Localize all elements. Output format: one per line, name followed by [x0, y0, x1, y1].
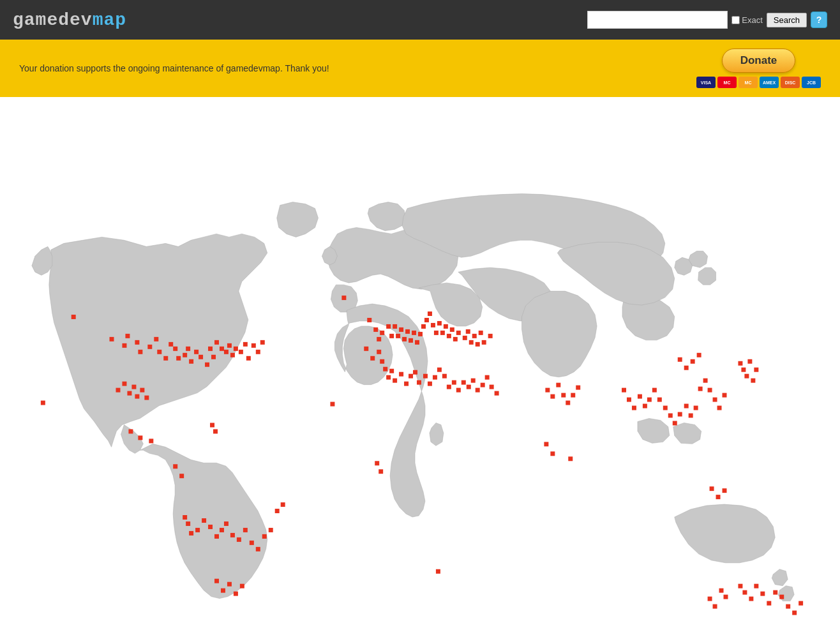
svg-rect-27	[239, 350, 243, 354]
svg-rect-36	[131, 385, 136, 389]
help-button[interactable]: ?	[811, 11, 827, 28]
svg-rect-5	[138, 350, 142, 354]
svg-rect-80	[399, 327, 403, 332]
svg-rect-72	[367, 318, 371, 322]
map-container	[0, 97, 840, 630]
svg-rect-190	[749, 597, 753, 601]
svg-rect-96	[450, 327, 454, 332]
svg-rect-81	[402, 337, 407, 341]
svg-rect-40	[41, 401, 45, 405]
svg-rect-100	[466, 329, 470, 334]
svg-rect-59	[243, 528, 248, 532]
mastercard-icon: MC	[717, 77, 737, 88]
payment-icons: VISA MC MC AMEX DISC JCB	[696, 77, 821, 88]
svg-rect-159	[668, 414, 673, 418]
search-button[interactable]: Search	[767, 13, 807, 27]
svg-rect-109	[377, 350, 381, 354]
svg-rect-49	[186, 521, 190, 526]
search-area: Exact Search ?	[587, 11, 827, 29]
donation-text: Your donation supports the ongoing maint…	[19, 63, 329, 73]
svg-rect-153	[638, 394, 642, 399]
svg-rect-79	[396, 334, 400, 338]
svg-rect-150	[622, 388, 626, 393]
header: gamedevmap Exact Search ?	[0, 0, 840, 40]
svg-rect-39	[144, 396, 149, 400]
svg-rect-196	[786, 604, 790, 609]
svg-rect-60	[250, 541, 254, 545]
svg-rect-111	[383, 367, 387, 371]
svg-rect-64	[275, 509, 280, 513]
svg-rect-139	[436, 569, 440, 574]
exact-checkbox[interactable]	[731, 16, 740, 24]
svg-rect-106	[488, 334, 493, 338]
svg-rect-165	[698, 387, 703, 391]
svg-rect-118	[413, 370, 417, 375]
svg-rect-136	[330, 402, 334, 407]
svg-rect-177	[744, 374, 749, 379]
svg-rect-162	[684, 404, 689, 409]
svg-rect-134	[490, 385, 494, 389]
svg-rect-26	[234, 347, 238, 351]
svg-rect-37	[135, 394, 139, 399]
svg-rect-130	[471, 379, 476, 383]
svg-rect-56	[224, 521, 229, 526]
svg-rect-151	[627, 398, 631, 402]
svg-rect-35	[127, 391, 131, 396]
svg-rect-149	[568, 456, 573, 461]
svg-rect-119	[417, 380, 421, 385]
svg-rect-145	[571, 393, 575, 398]
svg-rect-50	[189, 531, 193, 536]
svg-rect-146	[576, 386, 580, 390]
svg-rect-13	[183, 353, 187, 357]
svg-rect-184	[708, 597, 712, 601]
svg-rect-161	[678, 412, 682, 417]
logo: gamedevmap	[13, 10, 126, 30]
svg-rect-51	[195, 528, 200, 532]
svg-rect-87	[421, 324, 426, 329]
svg-rect-76	[386, 324, 391, 329]
svg-rect-78	[393, 324, 397, 329]
svg-rect-18	[205, 363, 209, 367]
svg-rect-157	[657, 398, 662, 402]
svg-rect-8	[157, 350, 161, 354]
svg-rect-62	[262, 534, 267, 539]
svg-rect-89	[428, 311, 432, 316]
svg-rect-113	[389, 369, 394, 373]
svg-rect-93	[440, 331, 445, 335]
exact-label: Exact	[731, 15, 763, 25]
world-map[interactable]	[13, 110, 827, 630]
mastercard2-icon: MC	[739, 77, 758, 88]
svg-rect-65	[281, 502, 285, 507]
svg-rect-92	[437, 321, 442, 326]
svg-rect-198	[799, 601, 803, 606]
logo-area: gamedevmap	[13, 10, 126, 30]
svg-rect-105	[482, 340, 486, 345]
svg-rect-107	[364, 347, 368, 351]
svg-rect-34	[122, 382, 126, 386]
svg-rect-180	[754, 368, 758, 372]
svg-rect-15	[189, 359, 193, 364]
svg-rect-183	[723, 488, 727, 493]
svg-rect-168	[713, 398, 717, 402]
svg-rect-55	[220, 528, 224, 532]
donate-button[interactable]: Donate	[722, 49, 796, 73]
svg-rect-110	[380, 359, 384, 364]
svg-rect-11	[173, 347, 177, 351]
svg-rect-191	[754, 584, 758, 589]
svg-rect-175	[738, 361, 742, 366]
svg-rect-176	[741, 368, 746, 372]
svg-rect-29	[246, 356, 251, 361]
svg-rect-9	[163, 356, 168, 361]
svg-rect-74	[377, 337, 381, 341]
svg-rect-103	[476, 342, 480, 347]
svg-rect-70	[240, 584, 244, 589]
svg-rect-2	[122, 343, 126, 348]
svg-rect-3	[125, 334, 130, 338]
svg-rect-16	[194, 350, 199, 354]
svg-rect-158	[663, 406, 668, 410]
svg-rect-68	[227, 582, 232, 587]
svg-rect-112	[386, 375, 391, 380]
svg-rect-58	[237, 537, 241, 542]
svg-rect-125	[447, 385, 451, 389]
search-input[interactable]	[587, 11, 728, 29]
